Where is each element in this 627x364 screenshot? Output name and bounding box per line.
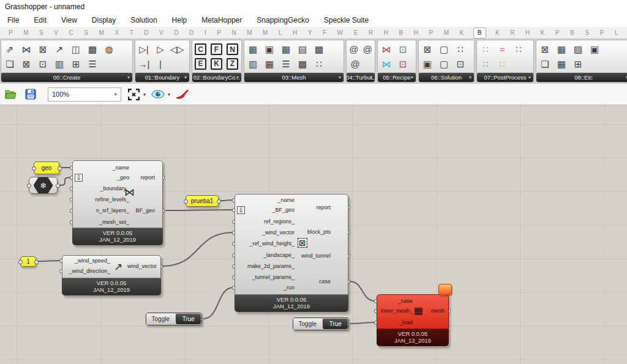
menu-item-solution[interactable]: Solution [130,16,157,24]
toolbar-icon[interactable]: @ [363,43,373,56]
port-grip[interactable] [34,260,39,264]
category-tab-29[interactable]: M [443,29,450,37]
category-tab-40[interactable]: L [614,29,620,37]
menu-item-metahopper[interactable]: MetaHopper [201,16,242,24]
category-tab-4[interactable]: C [68,29,75,37]
category-tab-2[interactable]: S [38,29,45,37]
toolbar-icon[interactable]: ▢ [438,43,450,56]
category-tab-36[interactable]: P [554,29,561,37]
toolbar-icon[interactable]: ∷ [454,43,467,56]
category-tab-5[interactable]: S [83,29,89,37]
toolbar-icon[interactable]: ▨ [572,43,584,56]
toolbar-icon[interactable]: ◍ [103,43,115,56]
category-tab-25[interactable]: H [383,29,389,37]
category-tab-8[interactable]: T [129,29,135,37]
category-tab-37[interactable]: B [569,29,576,37]
toolbar-icon[interactable]: ⋈ [380,58,392,70]
category-tab-11[interactable]: D [173,29,179,37]
category-tab-17[interactable]: M [261,29,269,37]
toolbar-icon[interactable]: ▷| [138,43,150,56]
boolean-toggle-load[interactable]: ToggleTrue [293,318,349,330]
menu-item-edit[interactable]: Edit [34,16,47,24]
toolbar-group-label[interactable]: 08::Etc▾ [536,73,627,82]
toolbar-icon[interactable]: ▢ [438,58,450,70]
toolbar-icon[interactable]: @ [349,43,359,56]
toolbar-icon[interactable]: ⊠ [20,58,32,70]
canvas[interactable]: _name_geo⇩_boundary_refine_levels_n_srf_… [0,105,627,364]
port-grip[interactable] [184,199,188,204]
component-wind-vector[interactable]: _wind_speed__wind_direction_wind_vector↗… [62,255,161,295]
toolbar-icon[interactable]: ∷ [479,43,492,56]
port-grip[interactable] [58,166,62,171]
toolbar-icon[interactable]: ❏ [4,58,16,70]
category-tab-22[interactable]: W [336,29,344,37]
toolbar-icon[interactable]: ↗ [53,43,66,56]
toolbar-group-label[interactable]: 07::PostProcess▾ [477,73,533,82]
chevron-down-icon[interactable]: ▾ [127,75,130,80]
toolbar-group-label[interactable]: 04::TurbuL.▾ [347,73,375,82]
toolbar-icon[interactable]: ∷ [479,58,492,70]
port-grip[interactable] [217,199,221,204]
error-balloon[interactable] [438,284,452,295]
category-tab-30[interactable]: K [459,29,465,37]
toolbar-icon[interactable]: ⇗ [4,43,16,56]
toolbar-icon[interactable]: ⊠ [539,43,551,56]
category-tab-7[interactable]: X [113,29,120,37]
category-tab-35[interactable]: K [539,29,546,37]
chevron-down-icon[interactable]: ▾ [411,75,413,80]
toolbar-group-label[interactable]: 05::Recipe▾ [378,73,416,82]
preview-settings-button[interactable] [151,87,165,102]
toolbar-icon[interactable]: ▩ [86,43,99,56]
toolbar-icon[interactable]: ⊡ [37,58,49,70]
chevron-down-icon[interactable]: ▾ [339,75,341,80]
category-tab-12[interactable]: D [188,29,195,37]
menu-item-speckle-suite[interactable]: Speckle Suite [324,16,369,24]
panel-geo[interactable]: geo [34,162,59,174]
menu-item-snappinggecko[interactable]: SnappingGecko [257,16,309,24]
toolbar-icon[interactable]: C [195,43,206,55]
category-tab-20[interactable]: Y [307,29,314,37]
category-tab-14[interactable]: P [216,29,222,37]
toolbar-icon[interactable]: ⊠ [37,43,49,56]
toolbar-group-label[interactable]: 01::Boundary▾ [135,73,189,82]
category-tab-19[interactable]: H [291,29,298,37]
menu-item-view[interactable]: View [61,16,77,24]
toolbar-group-label[interactable]: 03::Mesh▾ [244,73,344,82]
category-tab-34[interactable]: H [524,29,531,37]
chevron-down-icon[interactable]: ▾ [184,75,187,80]
category-tab-32[interactable]: K [494,29,501,37]
toolbar-icon[interactable]: K [211,58,222,70]
toolbar-icon[interactable]: ⋈ [380,43,392,56]
toolbar-icon[interactable]: ⊡ [397,43,409,56]
port-grip[interactable] [200,318,202,322]
category-tab-33[interactable]: R [509,29,516,37]
port-grip[interactable] [18,260,23,264]
toolbar-icon[interactable]: @ [349,58,361,70]
category-tab-9[interactable]: D [143,29,149,37]
port-grip[interactable] [347,322,349,327]
toolbar-icon[interactable]: ▦ [555,58,568,70]
toolbar-group-label[interactable]: 06::Solution▾ [419,73,474,82]
toolbar-icon[interactable]: | [154,58,167,70]
toolbar-icon[interactable]: ▦ [555,43,568,56]
toolbar-icon[interactable]: ▷ [154,43,167,56]
category-tab-18[interactable]: L [277,29,283,37]
menu-item-display[interactable]: Display [92,16,116,24]
category-tab-10[interactable]: V [158,29,165,37]
geometry-param[interactable]: ❄ [29,177,58,194]
category-tab-24[interactable]: R [367,29,374,37]
toolbar-icon[interactable]: Z [227,58,238,70]
toolbar-icon[interactable]: ☰ [280,58,292,70]
category-tab-6[interactable]: M [98,29,105,37]
toolbar-icon[interactable]: ⊞ [70,58,82,70]
save-file-button[interactable] [23,87,38,102]
chevron-down-icon[interactable]: ▾ [143,92,146,97]
toolbar-icon[interactable]: ∷ [512,43,525,56]
toolbar-icon[interactable]: ⊡ [454,58,467,70]
category-tab-38[interactable]: S [584,29,591,37]
toolbar-icon[interactable]: ∷ [313,58,325,70]
category-tab-3[interactable]: V [53,29,59,37]
toolbar-icon[interactable]: ▦ [263,58,276,70]
toolbar-icon[interactable]: ∷ [496,58,508,70]
category-tab-28[interactable]: P [428,29,435,37]
